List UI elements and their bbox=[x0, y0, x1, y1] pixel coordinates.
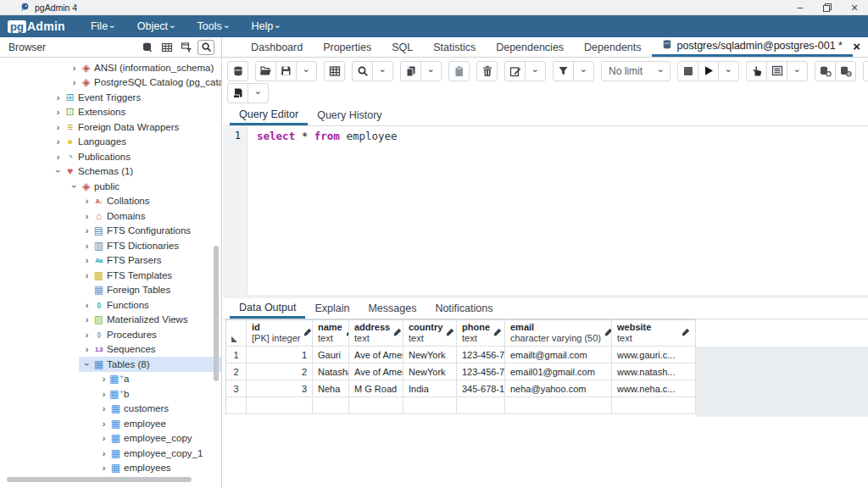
tree-item-fts-configurations[interactable]: ›▤FTS Configurations bbox=[0, 224, 221, 239]
tree-item-a[interactable]: ›▦⁺a bbox=[0, 372, 221, 387]
expander-icon[interactable]: › bbox=[81, 255, 92, 265]
row-limit-select[interactable]: No limit› bbox=[601, 61, 670, 81]
commit-button[interactable] bbox=[815, 61, 836, 81]
filter-dropdown-button[interactable]: › bbox=[573, 61, 594, 81]
cell-email[interactable]: neha@yahoo.com bbox=[505, 380, 612, 397]
tree-item-customers[interactable]: ›▦customers bbox=[0, 402, 221, 417]
table-row[interactable]: 33NehaM G RoadIndia345-678-1...neha@yaho… bbox=[225, 380, 696, 397]
column-header-phone[interactable]: phonetext bbox=[457, 319, 505, 347]
expander-icon[interactable]: › bbox=[98, 448, 109, 458]
edit-button[interactable] bbox=[504, 61, 526, 81]
cell-phone[interactable]: 123-456-7... bbox=[457, 347, 505, 363]
tree-item-public[interactable]: ›◈public bbox=[0, 179, 221, 194]
tree-item-extensions[interactable]: ›⊡Extensions bbox=[0, 105, 221, 120]
macros-dropdown-button[interactable]: › bbox=[248, 83, 269, 103]
close-window-button[interactable]: × bbox=[841, 0, 868, 15]
expander-icon[interactable]: › bbox=[98, 374, 109, 384]
tree-item-b[interactable]: ›▦⁺b bbox=[0, 386, 221, 402]
tab-sql[interactable]: SQL bbox=[381, 37, 423, 57]
menu-file[interactable]: File› bbox=[91, 20, 114, 32]
tree-item-tables-8[interactable]: ›▦Tables (8) bbox=[0, 357, 221, 372]
cell-name[interactable]: Neha bbox=[313, 380, 349, 397]
results-tab-messages[interactable]: Messages bbox=[359, 298, 426, 319]
expander-icon[interactable]: › bbox=[53, 92, 64, 103]
macros-button[interactable] bbox=[227, 83, 248, 103]
cell-country[interactable]: NewYork bbox=[403, 363, 457, 380]
tab-postgres-sqladmin-postgres-001[interactable]: postgres/sqladmin@postgres-001 * bbox=[652, 37, 853, 57]
tree-item-materialized-views[interactable]: ›▨Materialized Views bbox=[0, 313, 221, 328]
expander-icon[interactable]: › bbox=[98, 403, 109, 413]
cell-website[interactable]: www.neha.c... bbox=[612, 380, 696, 397]
tree-item-sequences[interactable]: ›1.3Sequences bbox=[0, 342, 221, 358]
cell-address[interactable]: M G Road bbox=[349, 380, 403, 397]
tab-properties[interactable]: Properties bbox=[313, 37, 381, 57]
empty-row[interactable] bbox=[225, 397, 696, 414]
expander-icon[interactable]: › bbox=[53, 107, 64, 117]
select-all-corner[interactable] bbox=[225, 319, 247, 347]
search-icon[interactable] bbox=[198, 40, 214, 55]
cell-country[interactable]: India bbox=[403, 380, 457, 397]
cell-website[interactable]: www.gauri.c... bbox=[612, 347, 696, 363]
new-connection-button[interactable] bbox=[227, 61, 248, 81]
find-dropdown-button[interactable]: › bbox=[372, 61, 393, 81]
empty-cell[interactable] bbox=[403, 397, 457, 414]
expander-icon[interactable]: › bbox=[81, 344, 92, 354]
copy-dropdown-button[interactable]: › bbox=[420, 61, 442, 81]
tree-horizontal-scrollbar[interactable] bbox=[7, 477, 192, 482]
tree-item-languages[interactable]: ›●Languages bbox=[0, 135, 221, 150]
empty-cell[interactable] bbox=[247, 397, 313, 414]
tree-item-employee-copy-1[interactable]: ›▦employee_copy_1 bbox=[0, 446, 221, 461]
tree-item-fts-dictionaries[interactable]: ›▥FTS Dictionaries bbox=[0, 238, 221, 253]
empty-cell[interactable] bbox=[225, 397, 247, 414]
edit-pencil-icon[interactable] bbox=[442, 328, 454, 338]
expander-icon[interactable]: › bbox=[69, 63, 80, 73]
clear-button[interactable] bbox=[863, 61, 868, 81]
object-explorer-icon[interactable] bbox=[139, 40, 156, 55]
explain-dropdown-button[interactable]: › bbox=[787, 61, 808, 81]
explain-analyze-button[interactable] bbox=[766, 61, 787, 81]
tree-item-employee-copy[interactable]: ›▦employee_copy bbox=[0, 431, 221, 446]
expander-icon[interactable]: › bbox=[81, 300, 92, 310]
open-file-button[interactable] bbox=[255, 61, 276, 81]
cell-id[interactable]: 2 bbox=[247, 363, 313, 380]
tree-item-fts-templates[interactable]: ›▩FTS Templates bbox=[0, 268, 221, 283]
explain-button[interactable] bbox=[746, 61, 767, 81]
cell-email[interactable]: email01@gmail.com bbox=[505, 363, 612, 380]
filter-button[interactable] bbox=[553, 61, 574, 81]
column-header-website[interactable]: websitetext bbox=[612, 319, 696, 347]
menu-tools[interactable]: Tools› bbox=[198, 20, 229, 32]
cell-phone[interactable]: 345-678-1... bbox=[457, 380, 505, 397]
tree-item-fts-parsers[interactable]: ›AaFTS Parsers bbox=[0, 253, 221, 269]
tab-dependencies[interactable]: Dependencies bbox=[486, 37, 574, 57]
edit-pencil-icon[interactable] bbox=[678, 328, 690, 338]
copy-button[interactable] bbox=[400, 61, 421, 81]
expander-icon[interactable]: › bbox=[98, 389, 109, 399]
execute-button[interactable] bbox=[698, 61, 719, 81]
edit-dropdown-button[interactable]: › bbox=[525, 61, 546, 81]
row-number-cell[interactable]: 2 bbox=[225, 363, 247, 380]
tab-dependents[interactable]: Dependents bbox=[574, 37, 651, 57]
tab-statistics[interactable]: Statistics bbox=[423, 37, 486, 57]
column-header-email[interactable]: emailcharacter varying (50) bbox=[505, 319, 612, 347]
stop-button[interactable] bbox=[677, 61, 698, 81]
edit-grid-button[interactable] bbox=[324, 61, 345, 81]
edit-pencil-icon[interactable] bbox=[490, 328, 502, 338]
close-tab-icon[interactable]: × bbox=[853, 40, 860, 53]
empty-cell[interactable] bbox=[457, 397, 505, 414]
tree-item-functions[interactable]: ›()Functions bbox=[0, 297, 221, 313]
edit-pencil-icon[interactable] bbox=[300, 328, 312, 338]
sql-code-line[interactable]: select * from employee bbox=[248, 127, 868, 295]
expander-icon[interactable]: › bbox=[81, 270, 92, 280]
maximize-button[interactable] bbox=[814, 0, 841, 15]
row-number-cell[interactable]: 3 bbox=[225, 380, 247, 397]
expander-icon[interactable]: › bbox=[81, 211, 92, 221]
tree-item-event-triggers[interactable]: ›⊞Event Triggers bbox=[0, 90, 221, 105]
tree-item-publications[interactable]: ›◔Publications bbox=[0, 149, 221, 164]
menu-object[interactable]: Object› bbox=[137, 20, 175, 32]
row-number-cell[interactable]: 1 bbox=[225, 347, 247, 363]
expander-icon[interactable]: › bbox=[98, 463, 109, 473]
expander-icon[interactable]: › bbox=[82, 358, 92, 369]
tree-item-schemas-1[interactable]: ›♥Schemas (1) bbox=[0, 164, 221, 180]
expander-icon[interactable]: › bbox=[70, 180, 80, 191]
cell-email[interactable]: emailt@gmail.com bbox=[505, 347, 612, 363]
